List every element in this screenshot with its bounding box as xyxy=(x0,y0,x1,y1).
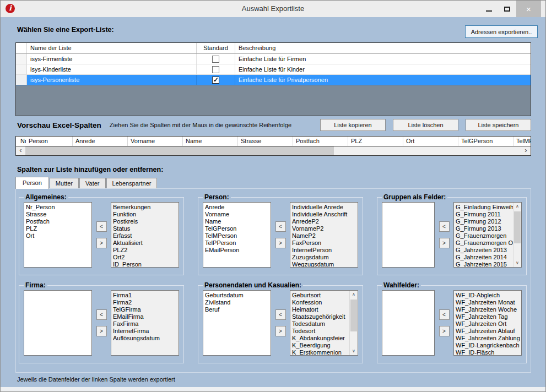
preview-column-vorname[interactable]: Vorname xyxy=(128,137,183,146)
list-item-wf-id-abgleich[interactable]: WF_ID-Abgleich xyxy=(454,292,521,299)
close-button[interactable]: × xyxy=(516,1,541,17)
move-left-button[interactable]: < xyxy=(439,309,450,320)
list-item-wf-id-langrickenbach[interactable]: WF_ID-Langrickenbach xyxy=(454,342,521,349)
row-selector-cell[interactable] xyxy=(16,75,27,85)
maximize-button[interactable] xyxy=(498,1,516,17)
export-list-row-isys-firmenliste[interactable]: isys-Firmenliste Einfache Liste für Firm… xyxy=(16,54,531,64)
list-item-postfach[interactable]: Postfach xyxy=(24,218,91,225)
list-item-telmperson[interactable]: TelMPerson xyxy=(203,232,271,239)
row-selector-cell[interactable] xyxy=(16,64,27,74)
scroll-up-icon[interactable]: ∧ xyxy=(513,203,521,210)
list-item-vorname[interactable]: Vorname xyxy=(203,211,271,218)
description-cell[interactable]: Einfache Liste für Kinder xyxy=(235,64,531,74)
vertical-scrollbar[interactable]: ∧ ∨ xyxy=(349,291,358,355)
preview-column-telmperson[interactable]: TelMPerson xyxy=(513,137,531,146)
list-item-wf-jahrzeiten-ort[interactable]: WF_Jahrzeiten Ort xyxy=(454,320,521,328)
standard-checkbox[interactable] xyxy=(212,56,219,63)
button-liste-l-schen[interactable]: Liste löschen xyxy=(393,119,458,131)
list-item-g-frauenzmorgen[interactable]: G_Frauenzmorgen xyxy=(454,232,513,239)
list-item-zuzugsdatum[interactable]: Zuzugsdatum xyxy=(290,254,358,261)
move-left-button[interactable]: < xyxy=(96,221,107,232)
standard-checkbox[interactable] xyxy=(212,77,219,84)
list-name-cell[interactable]: isys-Kinderliste xyxy=(27,64,197,74)
list-item-plz[interactable]: PLZ xyxy=(24,225,91,232)
list-item-bemerkungen[interactable]: Bemerkungen xyxy=(111,204,179,211)
row-selector-cell[interactable] xyxy=(16,54,27,64)
list-item-vornamep2[interactable]: VornameP2 xyxy=(290,225,358,232)
selected-fields-listbox[interactable] xyxy=(382,290,435,356)
list-item-telpperson[interactable]: TelPPerson xyxy=(203,239,271,247)
list-item-internetfirma[interactable]: InternetFirma xyxy=(111,328,179,335)
list-name-cell[interactable]: isys-Personenliste xyxy=(27,75,197,85)
list-item-firma1[interactable]: Firma1 xyxy=(111,292,179,299)
list-item-ort[interactable]: Ort xyxy=(24,232,91,239)
list-item-g-jahrzeiten-2015[interactable]: G_Jahrzeiten 2015 xyxy=(454,261,513,268)
standard-cell[interactable] xyxy=(197,64,235,74)
list-item-wf-jahrzeiten-ablauf[interactable]: WF_Jahrzeiten Ablauf xyxy=(454,328,521,335)
preview-column-name[interactable]: Name xyxy=(183,137,238,146)
preview-column-nr[interactable]: Nr xyxy=(16,137,26,146)
scroll-up-icon[interactable]: ∧ xyxy=(350,291,358,298)
standard-checkbox[interactable] xyxy=(212,66,219,73)
list-name-cell[interactable]: isys-Firmenliste xyxy=(27,54,197,64)
selected-fields-listbox[interactable]: Nr_PersonStrassePostfachPLZOrt xyxy=(24,202,92,268)
list-item-k-beerdigung[interactable]: K_Beerdigung xyxy=(290,342,349,349)
list-item-funktion[interactable]: Funktion xyxy=(111,211,179,218)
scrollbar-thumb[interactable] xyxy=(350,300,357,331)
list-item-ort2[interactable]: Ort2 xyxy=(111,254,179,261)
list-item-faxperson[interactable]: FaxPerson xyxy=(290,239,358,247)
list-item-g-firmung-2013[interactable]: G_Firmung 2013 xyxy=(454,225,513,232)
description-cell[interactable]: Einfache Liste für Privatpersonen xyxy=(235,75,531,85)
minimize-button[interactable] xyxy=(480,1,498,17)
move-right-button[interactable]: > xyxy=(96,238,107,248)
available-fields-listbox[interactable]: Firma1Firma2TelGFirmaEMailFirmaFaxFirmaI… xyxy=(111,290,179,356)
export-list-row-isys-kinderliste[interactable]: isys-Kinderliste Einfache Liste für Kind… xyxy=(16,64,531,75)
tab-mutter[interactable]: Mutter xyxy=(50,178,79,188)
list-item-geburtsort[interactable]: Geburtsort xyxy=(290,292,349,299)
selected-fields-listbox[interactable] xyxy=(382,202,435,268)
list-item-g-jahrzeiten-2014[interactable]: G_Jahrzeiten 2014 xyxy=(454,254,513,261)
button-liste-speichern[interactable]: Liste speichern xyxy=(466,119,531,131)
adressen-exportieren-button[interactable]: Adressen exportieren.. xyxy=(465,25,538,38)
scroll-down-icon[interactable]: ∨ xyxy=(513,259,521,267)
list-item-k-erstkommenion[interactable]: K_Erstkommenion xyxy=(290,349,349,356)
preview-column-strasse[interactable]: Strasse xyxy=(238,137,293,146)
list-item-todesdatum[interactable]: Todesdatum xyxy=(290,320,349,328)
list-item-wegzugsdatum[interactable]: Wegzugsdatum xyxy=(290,261,358,268)
list-item-namep2[interactable]: NameP2 xyxy=(290,232,358,239)
scrollbar-thumb[interactable] xyxy=(25,146,334,155)
move-left-button[interactable]: < xyxy=(275,221,286,232)
move-right-button[interactable]: > xyxy=(96,326,107,336)
standard-cell[interactable] xyxy=(197,75,235,85)
list-item-zivilstand[interactable]: Zivilstand xyxy=(203,299,271,306)
list-item-anredep2[interactable]: AnredeP2 xyxy=(290,218,358,225)
list-item-erfasst[interactable]: Erfasst xyxy=(111,232,179,239)
list-item-wf-jahrzeiten-tag[interactable]: WF_Jahrzeiten Tag xyxy=(454,313,521,320)
list-item-geburtsdatum[interactable]: Geburtsdatum xyxy=(203,292,271,299)
list-item-g-firmung-2012[interactable]: G_Firmung 2012 xyxy=(454,218,513,225)
list-item-k-abdankungsfeier[interactable]: K_Abdankungsfeier xyxy=(290,335,349,342)
move-left-button[interactable]: < xyxy=(439,221,450,232)
column-header-beschreibung[interactable]: Beschreibung xyxy=(235,43,531,53)
list-item-telgperson[interactable]: TelGPerson xyxy=(203,225,271,232)
list-item-wf-jahrzeiten-monat[interactable]: WF_Jahrzeiten Monat xyxy=(454,299,521,306)
standard-cell[interactable] xyxy=(197,54,235,64)
scroll-down-icon[interactable]: ∨ xyxy=(350,347,358,355)
move-right-button[interactable]: > xyxy=(439,326,450,336)
list-item-emailfirma[interactable]: EMailFirma xyxy=(111,313,179,320)
available-fields-listbox[interactable]: BemerkungenFunktionPostkreisStatusErfass… xyxy=(111,202,179,268)
available-fields-listbox[interactable]: G_Einladung EinweihuG_Firmung 2011G_Firm… xyxy=(453,202,522,268)
preview-column-plz[interactable]: PLZ xyxy=(348,137,403,146)
list-item-staatszugeh-rigkeit[interactable]: Staatszugehörigkeit xyxy=(290,313,349,320)
list-item-g-firmung-2011[interactable]: G_Firmung 2011 xyxy=(454,211,513,218)
vertical-scrollbar[interactable]: ∧ ∨ xyxy=(513,203,521,267)
scroll-right-icon[interactable]: › xyxy=(521,146,531,155)
list-item-wf-jahrzeiten-zahlung[interactable]: WF_Jahrzeiten Zahlung xyxy=(454,335,521,342)
preview-column-ort[interactable]: Ort xyxy=(403,137,458,146)
tab-person[interactable]: Person xyxy=(15,177,49,189)
horizontal-scrollbar[interactable]: ‹ › xyxy=(15,146,531,156)
list-item-firma2[interactable]: Firma2 xyxy=(111,299,179,306)
move-right-button[interactable]: > xyxy=(275,238,286,248)
export-list-row-isys-personenliste[interactable]: isys-Personenliste Einfache Liste für Pr… xyxy=(16,75,531,85)
list-item-g-frauenzmorgen-ok[interactable]: G_Frauenzmorgen OK xyxy=(454,239,513,247)
